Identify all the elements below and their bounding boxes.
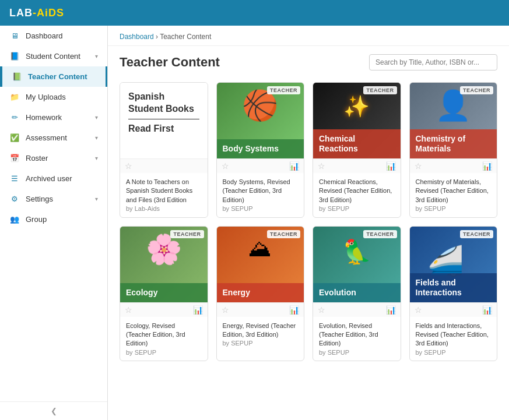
content-header: Teacher Content <box>108 46 509 76</box>
train-icon: 🚄 <box>427 244 464 278</box>
sidebar-item-group[interactable]: 👥 Group <box>0 209 107 230</box>
book-author: by SEPUP <box>223 204 299 213</box>
homework-icon: ✏ <box>9 113 20 122</box>
chart-icon[interactable]: 📊 <box>193 305 203 315</box>
card-info: Energy, Revised (Teacher Edition, 3rd Ed… <box>217 317 304 352</box>
teacher-badge: TEACHER <box>267 86 300 94</box>
book-author: by SEPUP <box>319 204 395 213</box>
top-navigation: LAB-AiDS <box>0 0 509 26</box>
group-icon: 👥 <box>9 215 20 224</box>
book-author: by SEPUP <box>416 204 492 213</box>
breadcrumb: Dashboard › Teacher Content <box>108 26 509 46</box>
star-icon[interactable]: ☆ <box>318 305 325 315</box>
star-icon[interactable]: ☆ <box>318 161 325 171</box>
sidebar-item-roster[interactable]: 📅 Roster ▾ <box>0 148 107 168</box>
breadcrumb-separator: › <box>156 33 158 41</box>
bird-icon: 🦜 <box>342 238 371 266</box>
sidebar-label-roster: Roster <box>26 154 89 163</box>
card-info: Body Systems, Revised (Teacher Edition, … <box>217 173 304 217</box>
sidebar-item-assessment[interactable]: ✅ Assessment ▾ <box>0 128 107 148</box>
chart-icon[interactable]: 📊 <box>289 305 299 315</box>
card-info: A Note to Teachers on Spanish Student Bo… <box>120 173 208 217</box>
star-icon[interactable]: ☆ <box>125 305 132 315</box>
card-actions: ☆ 📊 <box>410 158 497 173</box>
card-image-area: Spanish Student Books Read First <box>120 83 208 158</box>
sidebar-item-settings[interactable]: ⚙ Settings ▾ <box>0 189 107 209</box>
book-title: Body Systems, Revised (Teacher Edition, … <box>223 178 299 204</box>
sidebar-item-archived-user[interactable]: ☰ Archived user <box>0 168 107 189</box>
card-title-overlay: Chemical Reactions <box>313 129 401 158</box>
cards-grid: Spanish Student Books Read First ☆ A Not… <box>108 76 509 373</box>
student-content-icon: 📘 <box>9 52 20 61</box>
sidebar-item-homework[interactable]: ✏ Homework ▾ <box>0 107 107 128</box>
teacher-badge: TEACHER <box>460 230 493 238</box>
sidebar-item-student-content[interactable]: 📘 Student Content ▾ <box>0 46 107 66</box>
teacher-badge: TEACHER <box>267 230 300 238</box>
sidebar-item-teacher-content[interactable]: 📗 Teacher Content <box>0 66 107 87</box>
assessment-icon: ✅ <box>9 133 20 142</box>
card-actions: ☆ 📊 <box>217 302 304 317</box>
star-icon[interactable]: ☆ <box>222 161 229 171</box>
logo-aids: AiDS <box>37 7 64 19</box>
book-title: A Note to Teachers on Spanish Student Bo… <box>126 178 202 204</box>
book-author: by SEPUP <box>319 348 395 357</box>
breadcrumb-parent[interactable]: Dashboard <box>120 33 154 41</box>
chart-icon[interactable]: 📊 <box>386 161 396 171</box>
uploads-icon: 📁 <box>9 93 20 101</box>
card-image: 🌸 TEACHER Ecology <box>120 227 208 302</box>
content-area: Dashboard › Teacher Content Teacher Cont… <box>108 26 509 420</box>
dashboard-icon: 🖥 <box>9 31 20 40</box>
card-info: Ecology, Revised (Teacher Edition, 3rd E… <box>120 317 208 361</box>
card-title-overlay: Chemistry of Materials <box>410 129 497 158</box>
book-author: by SEPUP <box>223 339 299 348</box>
book-title: Chemistry of Materials, Revised (Teacher… <box>416 178 492 204</box>
app-logo[interactable]: LAB-AiDS <box>9 7 64 19</box>
card-evolution[interactable]: 🦜 TEACHER Evolution ☆ 📊 Evolution, Revis… <box>313 226 401 362</box>
card-title-overlay: Fields and Interactions <box>410 273 497 302</box>
card-chemistry-of-materials[interactable]: 👤 TEACHER Chemistry of Materials ☆ 📊 Che… <box>409 82 498 218</box>
card-title-overlay: Body Systems <box>217 139 304 158</box>
card-sub-text: Read First <box>128 119 199 135</box>
breadcrumb-current: Teacher Content <box>160 33 211 41</box>
teacher-badge: TEACHER <box>460 86 493 94</box>
collapse-icon: ❮ <box>51 407 57 415</box>
chart-icon[interactable]: 📊 <box>386 305 396 315</box>
card-info: Evolution, Revised (Teacher Edition, 3rd… <box>313 317 401 361</box>
card-spanish-student-books[interactable]: Spanish Student Books Read First ☆ A Not… <box>120 82 208 218</box>
star-icon[interactable]: ☆ <box>125 161 132 171</box>
card-fields-and-interactions[interactable]: 🚄 TEACHER Fields and Interactions ☆ 📊 Fi… <box>409 226 498 362</box>
book-author: by SEPUP <box>416 348 492 357</box>
logo-lab: LAB <box>9 7 33 19</box>
card-actions: ☆ 📊 <box>217 158 304 173</box>
archived-icon: ☰ <box>9 174 20 183</box>
teacher-badge: TEACHER <box>363 230 396 238</box>
main-layout: 🖥 Dashboard 📘 Student Content ▾ 📗 Teache… <box>0 26 509 420</box>
card-actions: ☆ 📊 <box>313 302 401 317</box>
chevron-down-icon: ▾ <box>95 53 98 59</box>
star-icon[interactable]: ☆ <box>415 161 422 171</box>
card-image: 🦜 TEACHER Evolution <box>313 227 401 302</box>
card-body-systems[interactable]: 🏀 TEACHER Body Systems ☆ 📊 Body Systems,… <box>216 82 305 218</box>
sidebar-label-archived-user: Archived user <box>26 174 98 183</box>
sidebar-label-student-content: Student Content <box>26 52 89 61</box>
star-icon[interactable]: ☆ <box>222 305 229 315</box>
card-energy[interactable]: ⛰ TEACHER Energy ☆ 📊 Energy, Revised (Te… <box>216 226 305 362</box>
chart-icon[interactable]: 📊 <box>289 161 299 171</box>
card-image: 🚄 TEACHER Fields and Interactions <box>410 227 497 302</box>
chart-icon[interactable]: 📊 <box>482 305 492 315</box>
sidebar-item-my-uploads[interactable]: 📁 My Uploads <box>0 87 107 107</box>
star-icon[interactable]: ☆ <box>415 305 422 315</box>
chart-icon[interactable]: 📊 <box>482 161 492 171</box>
sidebar-item-dashboard[interactable]: 🖥 Dashboard <box>0 26 107 46</box>
sidebar-label-my-uploads: My Uploads <box>26 93 98 101</box>
card-chemical-reactions[interactable]: ✨ TEACHER Chemical Reactions ☆ 📊 Chemica… <box>313 82 401 218</box>
book-author: by Lab-Aids <box>126 204 202 213</box>
card-ecology[interactable]: 🌸 TEACHER Ecology ☆ 📊 Ecology, Revised (… <box>120 226 208 362</box>
card-image: 👤 TEACHER Chemistry of Materials <box>410 83 497 158</box>
card-title-overlay: Energy <box>217 283 304 302</box>
sidebar-collapse-button[interactable]: ❮ <box>0 401 107 420</box>
card-actions: ☆ 📊 <box>120 302 208 317</box>
search-input[interactable] <box>369 54 497 70</box>
roster-icon: 📅 <box>9 154 20 163</box>
sidebar-label-dashboard: Dashboard <box>26 31 98 40</box>
